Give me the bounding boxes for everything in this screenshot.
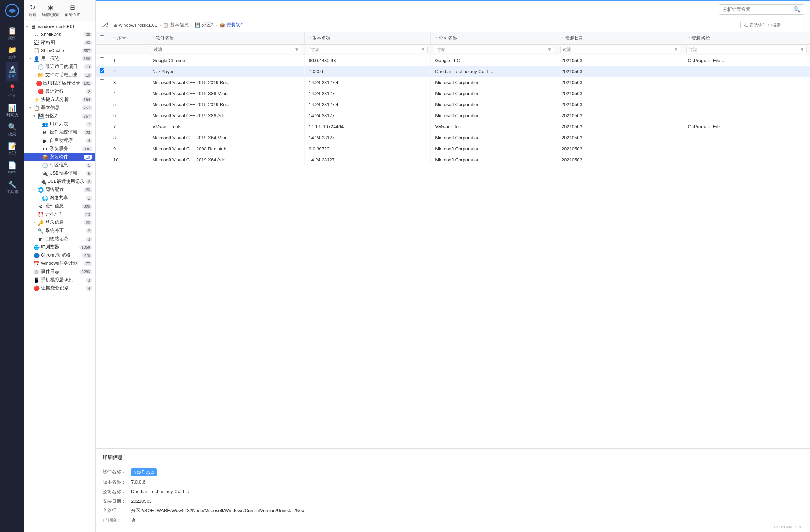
sidebar-item-timeline[interactable]: 📊时间线 [6,100,18,120]
tree-item-system_services[interactable]: ⚙系统服务336 [24,145,95,153]
sort-icon-version: ≡ [309,36,311,40]
eye-icon: ◉ [48,4,53,11]
row-checkbox-8[interactable] [96,143,109,154]
preview-position-button[interactable]: ⊟ 预览位置 [65,4,80,17]
tree-item-usb_recent[interactable]: 🔌USB最近使用记录2 [24,177,95,186]
tree-item-basic_info[interactable]: ▾📋基本信息757 [24,104,95,112]
sidebar-item-tools[interactable]: 🔧工具箱 [6,177,18,197]
tree-item-chrome_browser[interactable]: ›🔵Chrome浏览器275 [24,251,95,259]
detail-value-4: 分区2/SOFTWARE/Wow6432Node/Microsoft/Windo… [131,507,304,515]
row-checkbox-0[interactable] [96,55,109,66]
tree-item-evidence_bag[interactable]: ›🔴证据袋套识别4 [24,284,95,292]
filter-path-cell: ▼ [683,45,810,55]
row-checkbox-7[interactable] [96,132,109,143]
detail-panel: 详细信息 软件名称：NoxPlayer版本名称：7.0.0.6公司名称：Duod… [96,448,810,532]
sidebar-item-analysis[interactable]: 🔬分析 [6,62,18,81]
table-row[interactable]: 9 Microsoft Visual C++ 2008 Redistrib...… [96,143,810,154]
tree-item-login_info[interactable]: ›🔑登录信息22 [24,218,95,227]
detail-value-2: Duodian Technology Co. Ltd. [131,488,191,496]
table-row[interactable]: 8 Microsoft Visual C++ 2019 X64 Mini... … [96,132,810,143]
table-filter-row: ▼ ▼ ▼ [96,45,810,55]
row-checkbox-4[interactable] [96,99,109,110]
detail-row-4: 全路径：分区2/SOFTWARE/Wow6432Node/Microsoft/W… [103,507,803,515]
tree-item-event_log[interactable]: ›📰事件日志6286 [24,268,95,276]
search-icon[interactable]: 🔍 [793,6,800,13]
watermark: CSDN @dun10... [774,525,804,529]
filter-name-cell: ▼ [148,45,304,55]
row-checkbox-5[interactable] [96,110,109,121]
tree-item-file_dialog[interactable]: 📂文件对话框历史10 [24,71,95,79]
sidebar-item-location[interactable]: 📍位置 [6,81,18,100]
breadcrumb-item-0[interactable]: 🖥 windows7disk.E01 [113,22,157,28]
tree-item-shortcut_analysis[interactable]: ⚡快捷方式分析194 [24,95,95,104]
table-row[interactable]: 4 Microsoft Visual C++ 2019 X86 Mini... … [96,88,810,99]
partition-icon: 💾 [195,22,200,28]
tree-item-ie_browser[interactable]: ›🌐IE浏览器1056 [24,243,95,251]
sidebar-item-files[interactable]: 📁文件 [6,43,18,62]
row-checkbox-9[interactable] [96,154,109,165]
tree-item-phone_emulator[interactable]: ›📱手机模拟器识别3 [24,276,95,284]
tree-item-app_run[interactable]: 🔴应用程序运行记录101 [24,79,95,87]
sidebar-item-notes[interactable]: 📝笔记 [6,139,18,158]
sidebar-item-search[interactable]: 🔍搜索 [6,120,18,139]
filter-date-input[interactable] [563,47,672,52]
cell-version-4: 14.24.28127.4 [304,99,431,110]
cell-company-4: Microsoft Corporation [431,99,557,110]
tree-item-hardware_info[interactable]: ⚙硬件信息305 [24,202,95,210]
tree-item-patches[interactable]: 🔧系统补丁2 [24,227,95,235]
refresh-button[interactable]: ↻ 刷新 [29,4,36,17]
search-box[interactable]: 🔍 [719,4,804,15]
tree-root[interactable]: ▾🖥windows7disk.E01 [24,23,95,31]
sidebar-item-reports[interactable]: 📄报告 [6,158,18,177]
tree-item-boot_time[interactable]: ⏰开机时间13 [24,210,95,218]
table-row[interactable]: 2 NoxPlayer 7.0.0.6 Duodian Technology C… [96,66,810,77]
tree-item-partition2[interactable]: ▾💾分区2757 [24,112,95,120]
sidebar: 📋案件📁文件🔬分析📍位置📊时间线🔍搜索📝笔记📄报告🔧工具箱 [0,0,24,532]
tree-item-network_config[interactable]: ›🌐网络配置26 [24,186,95,194]
table-row[interactable]: 1 Google Chrome 90.0.4430.93 Google LLC … [96,55,810,66]
sidebar-item-cases[interactable]: 📋案件 [6,24,18,43]
filter-name-input[interactable] [154,47,293,52]
tree-item-installed_software[interactable]: 📦安装软件10 [24,153,95,161]
tree-item-network_share[interactable]: 🌐网络共享1 [24,194,95,202]
tree-item-user_traces[interactable]: ▾👤用户痕迹186 [24,55,95,63]
tree-item-os_info[interactable]: 🖥操作系统信息20 [24,128,95,136]
table-row[interactable]: 10 Microsoft Visual C++ 2019 X64 Addi...… [96,154,810,165]
breadcrumb-item-1[interactable]: 📋 基本信息 [163,22,189,28]
filter-version-input[interactable] [310,47,420,52]
table-row[interactable]: 3 Microsoft Visual C++ 2015-2019 Re... 1… [96,77,810,88]
tree-item-user_list[interactable]: 👥用户列表7 [24,120,95,128]
filter-path-input[interactable] [689,47,799,52]
tree-item-timezone[interactable]: 🕐时区信息1 [24,161,95,169]
tree-item-windows_tasks[interactable]: 📅Windows任务计划77 [24,259,95,268]
tree-item-shimcache[interactable]: 📋ShimCache557 [24,47,95,55]
detail-row-5: 已删除：否 [103,517,803,524]
tree-item-thumbnail[interactable]: 🖼缩略图43 [24,38,95,47]
detail-preview-button[interactable]: ◉ 详情/预览 [42,4,59,17]
cell-name-7: Microsoft Visual C++ 2019 X64 Mini... [148,132,304,143]
row-checkbox-2[interactable] [96,77,109,88]
table-row[interactable]: 5 Microsoft Visual C++ 2015-2019 Re... 1… [96,99,810,110]
tree-item-recycle[interactable]: 🗑回收站记录3 [24,235,95,243]
tree-item-shellbags[interactable]: ›🗂ShellBags36 [24,31,95,38]
search-input[interactable] [723,7,793,12]
cell-version-2: 14.24.28127.4 [304,77,431,88]
tools-icon: 🔧 [8,181,17,188]
table-row[interactable]: 7 VMware Tools 11.1.5.16724464 VMware, I… [96,121,810,132]
breadcrumb-item-2[interactable]: 💾 分区2 [195,22,213,28]
filter-date-cell: ▼ [557,45,683,55]
select-all-checkbox[interactable] [100,35,104,40]
table-row[interactable]: 6 Microsoft Visual C++ 2019 X86 Addi... … [96,110,810,121]
tree-item-recent_run[interactable]: 🔴最近运行2 [24,87,95,95]
tree-item-recent_items[interactable]: 🕐最近访问的项目73 [24,63,95,71]
filter-seq-cell [109,45,148,55]
search-in-input[interactable] [740,21,804,29]
row-checkbox-6[interactable] [96,121,109,132]
filter-company-input[interactable] [436,47,546,52]
tree-item-usb_devices[interactable]: 🔌USB设备信息5 [24,169,95,177]
row-checkbox-1[interactable] [96,66,109,77]
row-checkbox-3[interactable] [96,88,109,99]
cell-path-9 [683,154,810,165]
tree-item-startup[interactable]: ▶自启动程序4 [24,136,95,145]
content-area: ⎇ 🖥 windows7disk.E01 › 📋 基本信息 › 💾 分区2 › … [96,18,810,532]
